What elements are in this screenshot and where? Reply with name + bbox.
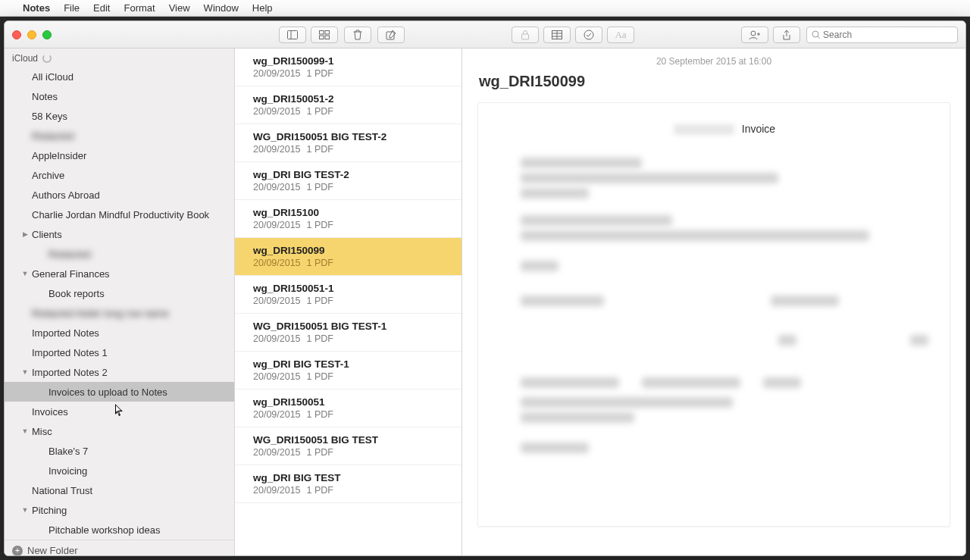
zoom-button[interactable] xyxy=(42,30,52,39)
chevron-right-icon[interactable]: ▶ xyxy=(21,230,29,238)
note-list-item[interactable]: wg_DRI BIG TEST20/09/20151 PDF xyxy=(235,465,462,503)
sidebar-item[interactable]: ▼Misc xyxy=(5,421,234,441)
redacted-line xyxy=(521,188,589,199)
pdf-attachment-preview[interactable]: Invoice xyxy=(477,102,950,527)
table-icon xyxy=(552,30,562,39)
sidebar-item-label: Book reports xyxy=(48,288,105,299)
menu-help[interactable]: Help xyxy=(252,2,273,14)
redacted-line xyxy=(521,173,778,183)
notes-window: Aa iCloud All iCloudNotes58 KeysRedacte xyxy=(4,20,966,556)
menu-edit[interactable]: Edit xyxy=(93,2,110,14)
svg-rect-7 xyxy=(522,34,529,39)
note-list-item[interactable]: WG_DRI150051 BIG TEST-120/09/20151 PDF xyxy=(235,314,462,352)
note-item-title: wg_DRI BIG TEST-2 xyxy=(253,169,451,180)
sidebar-item[interactable]: Redacted folder long row name xyxy=(5,303,234,323)
sidebar-item[interactable]: Authors Abroad xyxy=(5,185,234,205)
sidebar-item-label: Redacted xyxy=(32,130,74,142)
notes-list[interactable]: wg_DRI150099-120/09/20151 PDFwg_DRI15005… xyxy=(235,48,462,555)
sidebar-item[interactable]: ▼General Finances xyxy=(5,264,234,283)
note-list-item[interactable]: wg_DRI BIG TEST-220/09/20151 PDF xyxy=(235,162,462,200)
sidebar-item-label: Notes xyxy=(32,91,58,102)
note-item-meta: 20/09/20151 PDF xyxy=(253,371,451,382)
format-text-icon: Aa xyxy=(615,29,626,41)
sidebar-item[interactable]: 58 Keys xyxy=(5,106,234,126)
sidebar-item[interactable]: Invoices xyxy=(5,402,234,421)
note-list-item[interactable]: wg_DRI BIG TEST-120/09/20151 PDF xyxy=(235,352,462,389)
sidebar-item[interactable]: Charlie Jordan Mindful Productivity Book xyxy=(5,205,234,224)
redacted-line xyxy=(521,377,619,388)
list-view-button[interactable] xyxy=(279,27,306,43)
share-button[interactable] xyxy=(773,27,800,43)
chevron-down-icon[interactable]: ▼ xyxy=(21,427,29,435)
sidebar-item[interactable]: Notes xyxy=(5,86,234,106)
note-title: wg_DRI150099 xyxy=(462,70,965,98)
note-item-meta: 20/09/20151 PDF xyxy=(253,182,451,192)
note-list-item[interactable]: wg_DRI150099-120/09/20151 PDF xyxy=(235,48,462,86)
sidebar-item[interactable]: Redacted xyxy=(5,244,234,264)
table-button[interactable] xyxy=(543,27,571,43)
note-item-meta: 20/09/20151 PDF xyxy=(253,409,451,420)
sidebar-item[interactable]: ▼Pitching xyxy=(5,500,234,520)
note-list-item[interactable]: WG_DRI150051 BIG TEST20/09/20151 PDF xyxy=(235,427,462,465)
note-item-date: 20/09/2015 xyxy=(253,485,301,496)
sidebar-item[interactable]: All iCloud xyxy=(5,67,234,86)
sidebar-item[interactable]: Book reports xyxy=(5,283,234,303)
delete-note-button[interactable] xyxy=(344,27,371,43)
sidebar-item-label: Misc xyxy=(32,426,52,437)
sidebar-item-label: Redacted folder long row name xyxy=(32,308,169,319)
menu-file[interactable]: File xyxy=(64,2,80,14)
format-button[interactable]: Aa xyxy=(607,27,634,43)
sidebar-item[interactable]: Imported Notes 1 xyxy=(5,343,234,362)
note-item-date: 20/09/2015 xyxy=(253,409,301,420)
note-date: 20 September 2015 at 16:00 xyxy=(462,48,965,70)
search-icon xyxy=(812,30,820,39)
search-input[interactable] xyxy=(823,30,953,40)
note-list-item[interactable]: wg_DRI1510020/09/20151 PDF xyxy=(235,200,462,238)
svg-rect-2 xyxy=(320,30,324,34)
share-icon xyxy=(782,30,791,40)
sidebar-item-label: National Trust xyxy=(32,485,92,496)
sidebar-item[interactable]: Pitchable workshop ideas xyxy=(5,520,234,540)
sidebar-item-label: Imported Notes 1 xyxy=(32,347,108,358)
sidebar-item[interactable]: AppleInsider xyxy=(5,145,234,165)
note-content-pane[interactable]: 20 September 2015 at 16:00 wg_DRI150099 … xyxy=(462,48,965,555)
new-folder-button[interactable]: + New Folder xyxy=(5,540,234,555)
svg-point-13 xyxy=(751,31,756,36)
menu-window[interactable]: Window xyxy=(204,2,239,14)
folders-sidebar[interactable]: iCloud All iCloudNotes58 KeysRedactedApp… xyxy=(5,48,235,555)
sidebar-item[interactable]: Archive xyxy=(5,165,234,185)
checklist-button[interactable] xyxy=(575,27,602,43)
new-note-button[interactable] xyxy=(377,27,405,43)
collaborate-button[interactable] xyxy=(741,27,768,43)
note-list-item[interactable]: wg_DRI15009920/09/20151 PDF xyxy=(235,238,462,276)
note-item-date: 20/09/2015 xyxy=(253,106,301,117)
sidebar-item[interactable]: Blake's 7 xyxy=(5,441,234,461)
note-list-item[interactable]: wg_DRI150051-120/09/20151 PDF xyxy=(235,276,462,314)
note-list-item[interactable]: WG_DRI150051 BIG TEST-220/09/20151 PDF xyxy=(235,124,462,162)
chevron-down-icon[interactable]: ▼ xyxy=(21,270,29,277)
gallery-view-button[interactable] xyxy=(311,27,338,43)
sidebar-item[interactable]: Redacted xyxy=(5,126,234,145)
sidebar-item[interactable]: ▼Imported Notes 2 xyxy=(5,362,234,382)
lock-note-button[interactable] xyxy=(512,27,539,43)
sidebar-item[interactable]: ▶Clients xyxy=(5,224,234,244)
lock-icon xyxy=(521,30,530,40)
app-menu[interactable]: Notes xyxy=(23,2,50,14)
sidebar-item[interactable]: Invoices to upload to Notes xyxy=(5,382,234,402)
close-button[interactable] xyxy=(12,30,21,39)
note-item-meta: 20/09/20151 PDF xyxy=(253,144,451,155)
minimize-button[interactable] xyxy=(27,30,36,39)
note-list-item[interactable]: wg_DRI150051-220/09/20151 PDF xyxy=(235,86,462,124)
chevron-down-icon[interactable]: ▼ xyxy=(21,506,29,514)
chevron-down-icon[interactable]: ▼ xyxy=(21,368,29,376)
menu-view[interactable]: View xyxy=(169,2,190,14)
sidebar-item[interactable]: Imported Notes xyxy=(5,323,234,343)
sidebar-item-label: All iCloud xyxy=(32,71,74,83)
sidebar-item[interactable]: Invoicing xyxy=(5,461,234,480)
redacted-line xyxy=(521,158,642,168)
note-list-item[interactable]: wg_DRI15005120/09/20151 PDF xyxy=(235,389,462,427)
search-field[interactable] xyxy=(806,27,958,43)
note-item-attachment: 1 PDF xyxy=(307,333,333,344)
sidebar-item[interactable]: National Trust xyxy=(5,480,234,500)
menu-format[interactable]: Format xyxy=(124,2,155,14)
